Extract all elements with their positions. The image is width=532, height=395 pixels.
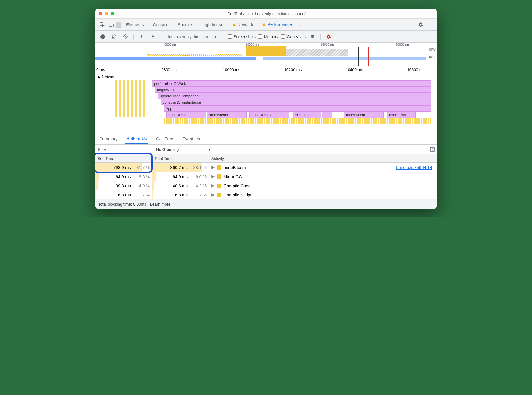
flame-frame[interactable]: min…oin [293,112,321,118]
panel-tabs: Elements Console Sources Lighthouse Netw… [95,19,437,31]
flame-frame[interactable]: mine…oin [387,112,416,118]
more-tabs-icon[interactable]: » [296,20,306,29]
table-row[interactable]: 64.9 ms6.6 %64.9 ms6.6 %▶Minor GC [95,172,437,181]
titlebar: DevTools - foul-heavenly-direction.glitc… [95,9,437,19]
script-icon [217,174,221,179]
device-icon[interactable] [107,20,116,29]
details-subtabs: Summary Bottom-Up Call Tree Event Log [95,133,437,145]
overview-tick: 10000 ms [246,43,259,46]
table-header: Self Time Total Time Activity [95,154,437,163]
flame-frame[interactable]: mineBitcoin [207,112,247,118]
subtab-summary[interactable]: Summary [98,134,119,144]
tab-sources[interactable]: Sources [173,19,198,30]
clear-button[interactable] [121,32,130,41]
tab-lighthouse[interactable]: Lighthouse [198,19,228,30]
network-track-header[interactable]: ▶Network [95,73,437,80]
filter-row: No Grouping▼ [95,145,437,154]
flame-frame[interactable]: mineBitcoin [249,112,289,118]
grouping-dropdown[interactable]: No Grouping▼ [152,147,428,152]
col-self-time[interactable]: Self Time [95,154,152,162]
source-link[interactable]: bundle.js:35964:14 [396,165,432,170]
col-total-time[interactable]: Total Time [152,154,209,162]
trace-dropdown[interactable]: foul-heavenly-direction.... ▼ [165,33,220,40]
settings-icon[interactable] [416,20,425,29]
screenshots-checkbox[interactable]: Screenshots [228,34,256,39]
upload-button[interactable] [137,32,146,41]
col-activity[interactable]: Activity [209,154,437,162]
subtab-eventlog[interactable]: Event Log [181,134,203,144]
devtools-window: DevTools - foul-heavenly-direction.glitc… [95,9,437,209]
script-icon [217,165,221,170]
subtab-bottomup[interactable]: Bottom-Up [125,133,148,144]
flame-frame[interactable]: mineBitcoin [344,112,384,118]
memory-checkbox[interactable]: Memory [258,34,279,39]
flame-frame[interactable]: updateClassComponent [158,93,431,99]
filter-input[interactable] [95,145,152,154]
record-button[interactable] [98,32,107,41]
flame-chart[interactable]: performUnitOfWorkbeginWorkupdateClassCom… [95,80,437,133]
webvitals-checkbox[interactable]: Web Vitals [281,34,306,39]
tab-network[interactable]: Network [228,19,258,30]
tab-elements[interactable]: Elements [121,19,149,30]
net-label: NET [429,55,436,59]
flame-frame[interactable] [322,112,332,118]
time-ruler[interactable]: 0 ms 9800 ms 10000 ms 10200 ms 10400 ms … [95,66,437,73]
minimize-icon[interactable] [105,12,108,15]
flame-frame[interactable]: App [164,105,431,112]
tab-console[interactable]: Console [149,19,173,30]
tab-performance[interactable]: Performance [258,19,296,30]
tbt-text: Total blocking time: 0.00ms [98,202,146,207]
reload-button[interactable] [110,32,119,41]
svg-rect-4 [430,147,434,151]
script-icon [217,193,221,197]
close-icon[interactable] [99,12,102,15]
kebab-menu-icon[interactable]: ⋮ [425,20,434,29]
download-button[interactable] [149,32,158,41]
trash-icon[interactable] [308,32,317,41]
table-row[interactable]: 39.3 ms4.0 %40.6 ms4.2 %▶Compile Code [95,181,437,190]
status-footer: Total blocking time: 0.00ms Learn more [95,199,437,209]
cpu-label: CPU [429,48,436,51]
overview-tick: 5000 ms [164,43,176,46]
warning-icon [232,23,236,26]
flame-frame[interactable]: performUnitOfWork [152,80,431,87]
learn-more-link[interactable]: Learn more [150,202,171,207]
table-row[interactable]: 798.9 ms81.7 %860.7 ms88.1 %▶mineBitcoin… [95,163,437,172]
inspect-icon[interactable] [98,20,107,29]
flame-frame[interactable]: beginWork [155,87,431,93]
traffic-lights [99,12,114,15]
overview-tick: 20000 ms [396,43,409,46]
flame-frame[interactable]: mineBitcoin [166,112,206,118]
zoom-icon[interactable] [111,12,114,15]
subtab-calltree[interactable]: Call Tree [155,134,174,144]
window-title: DevTools - foul-heavenly-direction.glitc… [114,11,418,16]
table-body: 798.9 ms81.7 %860.7 ms88.1 %▶mineBitcoin… [95,163,437,199]
table-row[interactable]: 16.8 ms1.7 %16.8 ms1.7 %▶Compile Script [95,190,437,199]
script-icon [217,184,221,188]
capture-settings-icon[interactable] [324,32,333,41]
overview-tick: 15000 ms [321,43,334,46]
flame-frame[interactable]: constructClassInstance [161,99,431,105]
warning-icon [262,23,266,26]
perf-toolbar: foul-heavenly-direction.... ▼ Screenshot… [95,31,437,43]
timeline-overview[interactable]: 5000 ms 10000 ms 15000 ms 20000 ms CPU N… [95,43,437,66]
svg-rect-1 [109,23,112,26]
toggle-sidebar-icon[interactable] [428,145,437,154]
